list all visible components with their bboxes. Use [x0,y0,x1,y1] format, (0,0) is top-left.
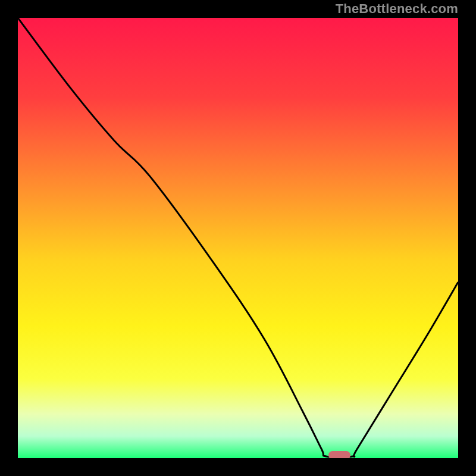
chart-frame: TheBottleneck.com [0,0,476,476]
optimal-marker [328,451,350,458]
bottleneck-curve [18,18,458,458]
plot-area [18,18,458,458]
curve-layer [18,18,458,458]
watermark-text: TheBottleneck.com [336,1,458,17]
